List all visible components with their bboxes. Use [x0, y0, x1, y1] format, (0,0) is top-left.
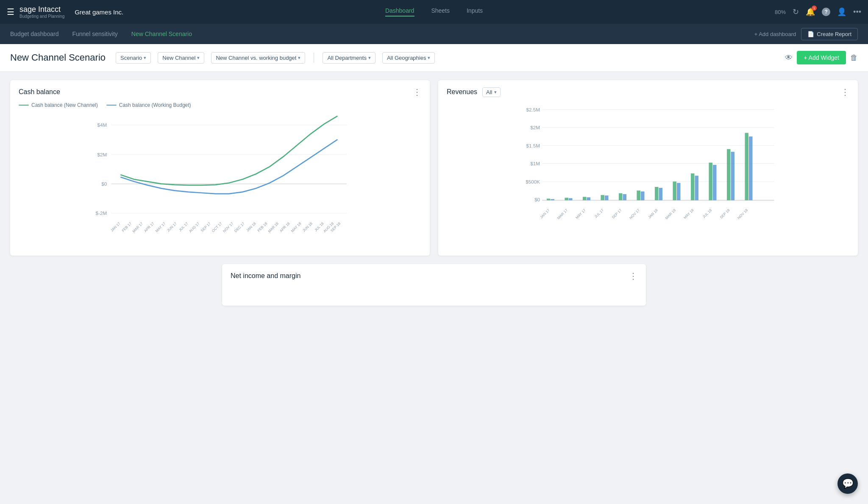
revenues-svg: $2.5M $2M $1.5M $1M $500K $0 — [447, 100, 849, 245]
svg-text:MAR 18: MAR 18 — [664, 208, 676, 220]
svg-rect-59 — [695, 175, 699, 200]
cash-balance-widget: Cash balance ⋮ Cash balance (New Channel… — [10, 80, 430, 256]
revenues-menu[interactable]: ⋮ — [841, 87, 849, 97]
svg-text:MAY 17: MAY 17 — [154, 221, 166, 233]
notification-count: 1 — [812, 6, 817, 11]
main-content: Cash balance ⋮ Cash balance (New Channel… — [0, 72, 868, 314]
svg-text:SEP 18: SEP 18 — [719, 208, 731, 220]
cash-balance-menu[interactable]: ⋮ — [413, 87, 421, 97]
svg-rect-46 — [583, 197, 587, 200]
svg-text:$4M: $4M — [97, 122, 107, 128]
cash-balance-svg: $4M $2M $0 $-2M JAN 17 FEB 17 MAR 17 — [19, 111, 421, 247]
svg-text:JUN 18: JUN 18 — [302, 221, 313, 233]
revenues-header: Revenues All ▾ ⋮ — [438, 80, 858, 100]
sub-navigation: Budget dashboard Funnel sensitivity New … — [0, 24, 868, 44]
add-widget-button[interactable]: + Add Widget — [797, 51, 846, 64]
svg-text:MAY 18: MAY 18 — [290, 221, 302, 233]
refresh-icon[interactable]: ↻ — [793, 7, 799, 17]
chevron-down-icon: ▾ — [144, 55, 146, 61]
svg-text:JAN 18: JAN 18 — [647, 208, 659, 219]
svg-text:$2M: $2M — [530, 125, 540, 130]
svg-text:SEP 17: SEP 17 — [200, 221, 212, 233]
cash-balance-title: Cash balance — [19, 88, 60, 96]
sub-nav-actions: + Add dashboard 📄 Create Report — [754, 28, 858, 40]
add-dashboard-button[interactable]: + Add dashboard — [754, 31, 796, 37]
svg-text:APR 17: APR 17 — [143, 221, 155, 233]
svg-text:SEP 17: SEP 17 — [611, 208, 623, 220]
svg-text:AUG 17: AUG 17 — [188, 221, 200, 234]
svg-text:MAR 17: MAR 17 — [556, 208, 568, 220]
legend-line-blue — [106, 105, 117, 106]
svg-rect-52 — [637, 191, 640, 200]
help-icon[interactable]: ? — [822, 8, 830, 16]
svg-text:$2.5M: $2.5M — [526, 107, 540, 112]
scenario-filter[interactable]: Scenario ▾ — [116, 52, 151, 64]
revenues-dropdown[interactable]: All ▾ — [482, 87, 500, 97]
nav-sheets[interactable]: Sheets — [431, 7, 450, 17]
chevron-down-icon: ▾ — [428, 55, 430, 61]
new-channel-filter[interactable]: New Channel ▾ — [158, 52, 204, 64]
svg-text:JUN 17: JUN 17 — [166, 221, 178, 233]
delete-icon[interactable]: 🗑 — [850, 53, 858, 62]
svg-text:FEB 18: FEB 18 — [256, 221, 268, 233]
sub-nav-funnel[interactable]: Funnel sensitivity — [72, 31, 117, 37]
chevron-down-icon: ▾ — [368, 55, 371, 61]
users-icon[interactable]: 👤 — [837, 7, 846, 17]
hamburger-menu[interactable]: ☰ — [7, 7, 14, 17]
legend-label-new-channel: Cash balance (New Channel) — [31, 102, 98, 108]
net-income-menu[interactable]: ⋮ — [629, 271, 637, 281]
departments-filter[interactable]: All Departments ▾ — [323, 52, 375, 64]
company-name: Great games Inc. — [75, 8, 123, 16]
svg-text:JUL 17: JUL 17 — [593, 208, 604, 219]
legend-label-working-budget: Cash balance (Working Budget) — [119, 102, 191, 108]
geographies-filter[interactable]: All Geographies ▾ — [382, 52, 435, 64]
revenues-widget: Revenues All ▾ ⋮ — [438, 80, 858, 256]
svg-text:$2M: $2M — [97, 152, 107, 157]
svg-rect-51 — [623, 194, 627, 200]
svg-rect-45 — [569, 198, 573, 200]
svg-text:JUL 18: JUL 18 — [701, 208, 712, 219]
svg-text:DEC 17: DEC 17 — [234, 221, 245, 233]
svg-text:MAR 18: MAR 18 — [267, 221, 279, 234]
svg-text:JAN 17: JAN 17 — [110, 221, 121, 233]
logo-area: sage Intacct Budgeting and Planning — [19, 5, 64, 19]
svg-rect-55 — [659, 188, 663, 200]
svg-text:MAY 18: MAY 18 — [683, 208, 695, 220]
notification-bell[interactable]: 🔔1 — [806, 7, 815, 17]
svg-text:$500K: $500K — [526, 179, 540, 184]
comparison-filter[interactable]: New Channel vs. working budget ▾ — [211, 52, 305, 64]
svg-rect-48 — [601, 195, 604, 200]
filter-separator — [314, 53, 314, 63]
legend-working-budget: Cash balance (Working Budget) — [106, 102, 191, 108]
nav-dashboard[interactable]: Dashboard — [385, 7, 415, 17]
svg-rect-54 — [655, 187, 659, 200]
zoom-level: 80% — [775, 9, 786, 15]
revenues-chart: $2.5M $2M $1.5M $1M $500K $0 — [438, 100, 858, 253]
cash-balance-legend: Cash balance (New Channel) Cash balance … — [10, 100, 430, 111]
svg-text:$1M: $1M — [530, 161, 540, 166]
more-icon[interactable]: ••• — [853, 8, 861, 17]
svg-rect-65 — [749, 136, 753, 200]
svg-rect-61 — [713, 165, 717, 200]
visibility-icon[interactable]: 👁 — [785, 53, 793, 62]
sub-nav-budget[interactable]: Budget dashboard — [10, 31, 58, 37]
svg-text:MAR 17: MAR 17 — [131, 221, 144, 234]
net-income-chart-partial — [222, 284, 646, 306]
svg-rect-47 — [587, 197, 591, 200]
svg-rect-49 — [605, 195, 609, 200]
svg-text:$0: $0 — [534, 197, 540, 202]
top-right-icons: 80% ↻ 🔔1 ? 👤 ••• — [775, 7, 861, 17]
net-income-title: Net income and margin — [231, 272, 300, 280]
sub-nav-links: Budget dashboard Funnel sensitivity New … — [10, 31, 192, 37]
create-report-button[interactable]: 📄 Create Report — [801, 28, 858, 40]
nav-inputs[interactable]: Inputs — [467, 7, 483, 17]
svg-text:FEB 17: FEB 17 — [121, 221, 132, 233]
net-income-widget: Net income and margin ⋮ — [222, 264, 646, 306]
revenues-title: Revenues — [447, 88, 477, 96]
page-header: New Channel Scenario Scenario ▾ New Chan… — [0, 44, 868, 72]
top-navigation: ☰ sage Intacct Budgeting and Planning Gr… — [0, 0, 868, 24]
svg-rect-64 — [745, 133, 748, 200]
chevron-down-icon: ▾ — [494, 89, 497, 95]
sub-nav-new-channel[interactable]: New Channel Scenario — [131, 31, 192, 37]
net-income-header: Net income and margin ⋮ — [222, 264, 646, 284]
